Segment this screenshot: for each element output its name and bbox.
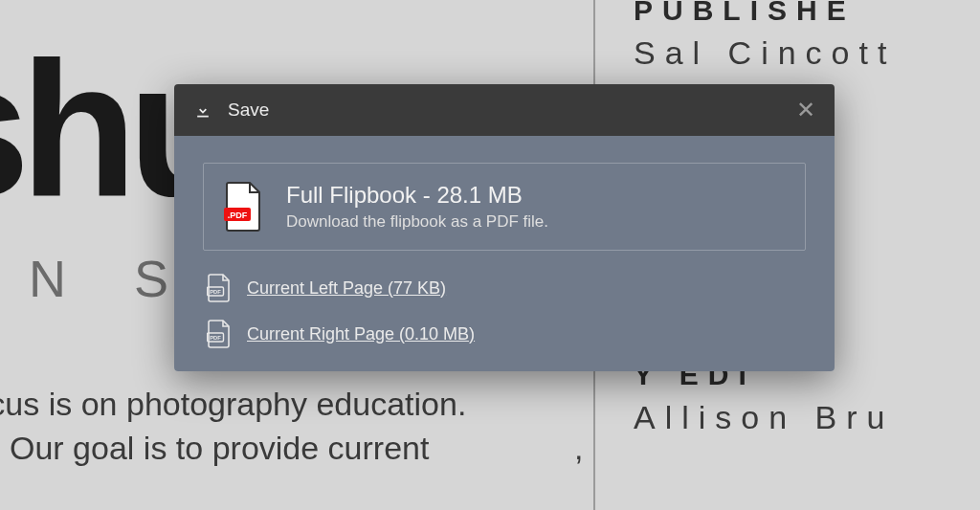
download-full-flipbook[interactable]: .PDF Full Flipbook - 28.1 MB Download th… [203,163,806,251]
pdf-page-icon: PDF [207,320,232,348]
save-dialog: Save ✕ .PDF Full Flipbook - 28.1 MB Down… [174,84,835,371]
dialog-header: Save ✕ [174,84,835,136]
full-option-subtitle: Download the flipbook as a PDF file. [286,212,548,232]
download-icon [193,100,212,120]
full-option-title: Full Flipbook - 28.1 MB [286,182,548,209]
svg-text:PDF: PDF [210,335,221,341]
close-icon[interactable]: ✕ [796,99,815,122]
full-option-text: Full Flipbook - 28.1 MB Download the fli… [286,182,548,232]
download-right-page[interactable]: PDF Current Right Page (0.10 MB) [207,320,806,348]
pdf-file-icon: .PDF [223,181,265,233]
left-page-label: Current Left Page (77 KB) [247,278,446,299]
right-page-label: Current Right Page (0.10 MB) [247,324,475,344]
page-download-options: PDF Current Left Page (77 KB) PDF Curren… [203,274,806,348]
svg-text:.PDF: .PDF [228,211,248,220]
dialog-title: Save [228,100,796,121]
svg-text:PDF: PDF [210,289,221,295]
pdf-page-icon: PDF [207,274,232,302]
dialog-body: .PDF Full Flipbook - 28.1 MB Download th… [174,136,835,371]
download-left-page[interactable]: PDF Current Left Page (77 KB) [207,274,806,302]
